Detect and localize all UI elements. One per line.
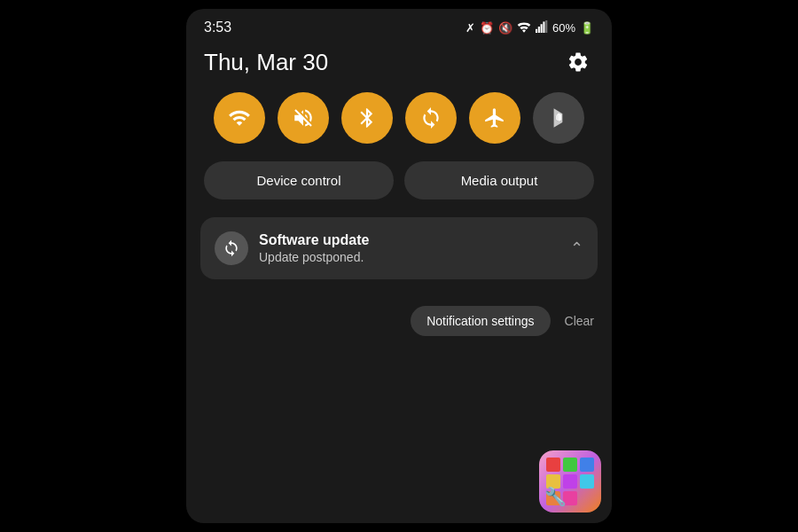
notification-left: Software update Update postponed. bbox=[215, 231, 369, 265]
mute-toggle[interactable] bbox=[278, 92, 329, 144]
alarm-icon: ⏰ bbox=[480, 21, 494, 35]
settings-gear-button[interactable] bbox=[562, 46, 594, 78]
mute-toggle-icon bbox=[292, 106, 315, 129]
battery-text: 60% bbox=[552, 21, 575, 35]
status-icons: ✗ ⏰ 🔇 60% bbox=[466, 20, 594, 35]
svg-rect-3 bbox=[543, 21, 544, 33]
wifi-status-icon bbox=[517, 20, 531, 35]
svg-rect-2 bbox=[541, 24, 543, 33]
sync-toggle[interactable] bbox=[405, 92, 457, 144]
date-row: Thu, Mar 30 bbox=[186, 41, 612, 92]
notification-collapse-icon[interactable]: ⌃ bbox=[570, 239, 583, 258]
notification-area: Software update Update postponed. ⌃ bbox=[186, 217, 612, 293]
battery-icon: 🔋 bbox=[580, 21, 594, 35]
svg-rect-1 bbox=[538, 27, 540, 33]
bluetooth-toggle[interactable] bbox=[341, 92, 393, 144]
airplane-toggle[interactable] bbox=[469, 92, 520, 144]
mute-icon: 🔇 bbox=[498, 21, 512, 35]
notification-card: Software update Update postponed. ⌃ bbox=[200, 217, 598, 279]
flashlight-toggle[interactable] bbox=[533, 92, 584, 144]
app-icon-background: 🔧 bbox=[539, 450, 601, 512]
device-control-button[interactable]: Device control bbox=[204, 161, 394, 200]
notification-icon bbox=[215, 231, 248, 265]
status-time: 3:53 bbox=[204, 20, 231, 35]
wifi-toggle[interactable] bbox=[214, 92, 265, 144]
svg-rect-4 bbox=[545, 20, 547, 33]
notification-title: Software update bbox=[259, 232, 369, 248]
bluetooth-toggle-icon bbox=[356, 106, 379, 129]
notification-actions: Notification settings Clear bbox=[186, 293, 612, 336]
quick-toggles bbox=[186, 92, 612, 161]
notification-text-block: Software update Update postponed. bbox=[259, 232, 369, 264]
wifi-toggle-icon bbox=[228, 106, 251, 129]
notification-header: Software update Update postponed. ⌃ bbox=[215, 231, 583, 265]
control-buttons: Device control Media output bbox=[186, 161, 612, 217]
grid-cell-2 bbox=[563, 458, 577, 472]
notification-subtitle: Update postponed. bbox=[259, 250, 369, 264]
signal-icon bbox=[536, 20, 548, 35]
grid-cell-1 bbox=[546, 458, 560, 472]
grid-cell-6 bbox=[580, 474, 594, 489]
grid-cell-9 bbox=[580, 491, 594, 505]
airplane-toggle-icon bbox=[483, 106, 506, 129]
gear-icon bbox=[567, 51, 590, 74]
grid-cell-3 bbox=[580, 458, 594, 472]
sync-toggle-icon bbox=[419, 106, 442, 129]
app-icon-corner: 🔧 bbox=[539, 450, 601, 512]
date-display: Thu, Mar 30 bbox=[204, 49, 328, 76]
phone-screen: 3:53 ✗ ⏰ 🔇 bbox=[186, 9, 612, 523]
status-bar: 3:53 ✗ ⏰ 🔇 bbox=[186, 9, 612, 41]
notification-clear-button[interactable]: Clear bbox=[561, 306, 598, 336]
wrench-icon: 🔧 bbox=[544, 486, 567, 507]
media-output-button[interactable]: Media output bbox=[404, 161, 594, 200]
flashlight-toggle-icon bbox=[547, 106, 570, 129]
notification-settings-button[interactable]: Notification settings bbox=[411, 306, 550, 336]
update-icon bbox=[223, 239, 240, 257]
svg-rect-0 bbox=[536, 28, 537, 32]
bluetooth-icon: ✗ bbox=[466, 21, 475, 35]
